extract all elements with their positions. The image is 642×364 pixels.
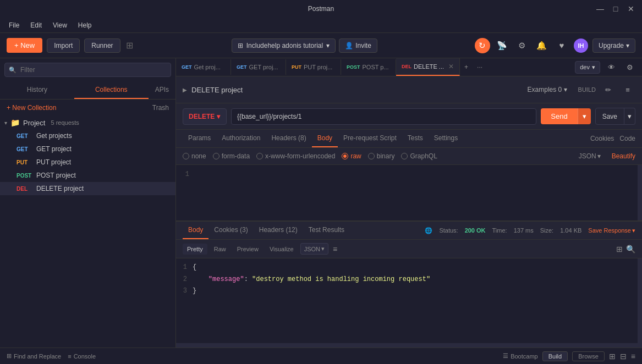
heart-button[interactable]: ♥ [554,38,569,53]
request-item-delete-project[interactable]: DEL DELETE project [0,182,175,195]
tab-add-button[interactable]: + [460,59,473,75]
beautify-button[interactable]: Beautify [612,152,635,160]
sub-tab-authorization[interactable]: Authorization [216,130,266,147]
new-button[interactable]: + New [7,38,42,53]
response-tab-cookies[interactable]: Cookies (3) [208,222,253,239]
tab-post-project[interactable]: POST POST p... [341,59,396,75]
maximize-button[interactable]: □ [609,2,622,15]
response-tab-headers[interactable]: Headers (12) [254,222,303,239]
tab-more-button[interactable]: ··· [473,59,487,75]
menu-view[interactable]: View [48,20,72,30]
code-row-3: 3 } [176,285,638,297]
close-button[interactable]: ✕ [624,2,638,15]
save-dropdown-button[interactable]: ▾ [624,108,635,125]
body-option-none[interactable]: none [183,152,206,160]
request-item-post-project[interactable]: POST POST project [0,169,175,182]
save-response-button[interactable]: Save Response ▾ [588,227,635,234]
sub-tab-settings[interactable]: Settings [429,130,463,147]
menu-edit[interactable]: Edit [26,20,46,30]
response-horizontal-scrollbar[interactable] [176,343,642,348]
bootcamp-item[interactable]: ☰ Bootcamp [503,352,538,360]
tab-close-icon[interactable]: ✕ [448,63,454,70]
response-format-visualize[interactable]: Visualize [265,244,298,255]
sub-tab-prerequest[interactable]: Pre-request Script [338,130,402,147]
code-editor[interactable]: 1 [176,165,642,221]
response-format-preview[interactable]: Preview [233,244,263,255]
status-icon-1[interactable]: ⊞ [609,352,616,361]
filter-icon[interactable]: ≡ [333,245,337,253]
docs-icon[interactable]: ≡ [620,82,635,97]
status-icon-2[interactable]: ⊟ [620,352,627,361]
tab-get-projects[interactable]: GET Get proj... [176,59,231,75]
build-button[interactable]: BUILD [578,86,596,93]
build-status-button[interactable]: Build [542,351,568,361]
request-expand-chevron[interactable]: ▶ [183,87,187,93]
url-input[interactable] [231,108,536,125]
upgrade-button[interactable]: Upgrade ▾ [592,38,635,53]
sub-tab-body[interactable]: Body [312,130,338,147]
send-dropdown-button[interactable]: ▾ [578,108,591,124]
sidebar-tab-history[interactable]: History [0,81,74,99]
find-replace-item[interactable]: ⊞ Find and Replace [7,352,61,360]
sidebar-tab-apis[interactable]: APIs [149,81,175,99]
collection-header[interactable]: ▾ 📁 Project 5 requests [0,116,175,129]
menu-file[interactable]: File [4,20,24,30]
response-json-select[interactable]: JSON ▾ [300,243,328,255]
avatar[interactable]: IH [574,38,588,53]
body-option-binary[interactable]: binary [368,152,395,160]
settings-button[interactable]: ⚙ [514,38,530,53]
sub-tab-right: Cookies Code [590,135,635,142]
send-button[interactable]: Send [541,108,577,124]
response-tab-body[interactable]: Body [183,222,208,239]
copy-button[interactable]: ⊞ [616,245,623,253]
satellite-icon-button[interactable]: 📡 [495,38,510,53]
sidebar-tab-collections[interactable]: Collections [74,81,149,99]
size-value: 1.04 KB [560,227,581,234]
examples-button[interactable]: Examples 0 ▾ [528,86,567,93]
console-item[interactable]: ≡ Console [68,353,96,360]
edit-icon[interactable]: ✏ [600,82,616,97]
menu-help[interactable]: Help [74,20,96,30]
tab-get-project[interactable]: GET GET proj... [231,59,286,75]
response-format-pretty[interactable]: Pretty [183,244,207,255]
method-select[interactable]: DELETE ▾ [183,108,227,125]
code-link[interactable]: Code [619,135,635,142]
invite-button[interactable]: 👤 Invite [339,38,377,53]
import-button[interactable]: Import [47,38,80,53]
save-button[interactable]: Save [595,108,624,125]
sync-button[interactable]: ↻ [475,38,490,53]
minimize-button[interactable]: — [594,2,607,15]
response-vertical-scrollbar[interactable] [638,258,642,348]
env-select[interactable]: dev ▾ [575,61,600,74]
status-icon-3[interactable]: ≡ [631,352,635,361]
response-search-button[interactable]: 🔍 [626,245,635,253]
request-item-get-project[interactable]: GET GET project [0,142,175,156]
json-format-select[interactable]: JSON ▾ [579,152,601,160]
response-tab-testresults[interactable]: Test Results [303,222,350,239]
body-option-formdata[interactable]: form-data [213,152,250,160]
env-settings-icon[interactable]: ⚙ [622,59,638,75]
search-input[interactable] [4,63,171,77]
trash-button[interactable]: Trash [152,104,169,112]
editor-content[interactable] [176,165,642,174]
notifications-button[interactable]: 🔔 [534,38,550,53]
eye-icon-button[interactable]: 👁 [603,59,619,75]
editor-scrollbar[interactable] [638,165,642,220]
sub-tab-tests[interactable]: Tests [402,130,429,147]
cookies-link[interactable]: Cookies [590,135,614,142]
sub-tab-params[interactable]: Params [183,130,216,147]
runner-button[interactable]: Runner [84,38,120,53]
tab-delete-project[interactable]: DEL DELETE ... ✕ [396,58,460,76]
request-item-put-project[interactable]: PUT PUT project [0,156,175,169]
response-format-raw[interactable]: Raw [210,244,231,255]
body-option-urlencoded[interactable]: x-www-form-urlencoded [256,152,335,160]
tab-put-project[interactable]: PUT PUT proj... [286,59,341,75]
workspace-button[interactable]: ⊞ Includehelp adonis tutorial ▾ [232,38,336,53]
browse-status-button[interactable]: Browse [572,351,605,361]
new-collection-button[interactable]: + New Collection [7,104,56,112]
sub-tab-headers[interactable]: Headers (8) [266,130,311,147]
globe-icon[interactable]: 🌐 [425,227,432,234]
body-option-raw[interactable]: raw [342,152,361,160]
body-option-graphql[interactable]: GraphQL [401,152,437,160]
request-item-get-projects[interactable]: GET Get projects [0,129,175,142]
